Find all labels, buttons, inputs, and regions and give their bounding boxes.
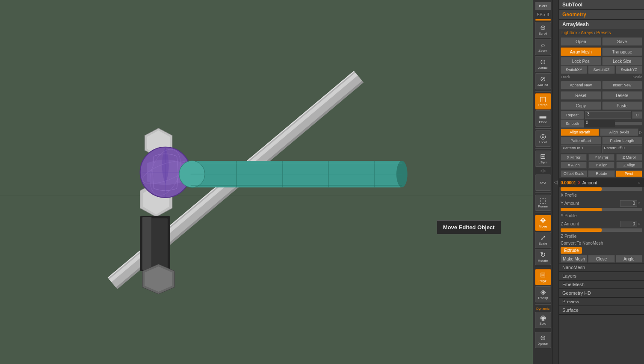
pivot-button[interactable]: Pivot	[616, 170, 642, 177]
delete-button[interactable]: Delete	[602, 91, 643, 100]
right-panel: SubTool Geometry ArrayMesh Lightbox › Ar…	[558, 0, 644, 364]
xyz-button[interactable]: XYZ	[535, 175, 551, 191]
extrude-button[interactable]: Extrude	[561, 247, 582, 254]
xpose-label: Xpose	[538, 342, 548, 346]
offset-rotate-pivot-row: Offset Scale Rotate Pivot	[559, 169, 644, 178]
z-amount-icon: ○	[638, 222, 642, 226]
switchxy-button[interactable]: SwitchXY	[561, 65, 587, 74]
align-to-axis-button[interactable]: AlignToAxis	[600, 128, 638, 136]
pattern-start-button[interactable]: PatternStart	[561, 137, 601, 145]
transpose-button[interactable]: Transpose	[602, 47, 643, 56]
pattern-off-field[interactable]: PatternOff 0	[602, 145, 643, 153]
x-align-button[interactable]: X Align	[561, 162, 587, 169]
actual-label: Actual	[538, 66, 547, 70]
toolbar-sep-8	[535, 330, 551, 330]
y-align-button[interactable]: Y Align	[588, 162, 614, 169]
lock-pos-button[interactable]: Lock Pos	[561, 57, 601, 65]
breadcrumb-arrays[interactable]: Arrays	[581, 30, 593, 35]
z-mirror-button[interactable]: Z Mirror	[616, 154, 642, 161]
chain-button[interactable]: C	[632, 111, 642, 119]
angle-button[interactable]: Angle	[616, 255, 642, 263]
copy-paste-row: Copy Paste	[559, 101, 644, 111]
breadcrumb-presets[interactable]: Presets	[596, 30, 611, 35]
xpose-icon: ⊕	[540, 334, 546, 341]
save-button[interactable]: Save	[602, 37, 643, 46]
scroll-button[interactable]: ⊕ Scroll	[535, 22, 551, 38]
subtool-header[interactable]: SubTool	[559, 0, 644, 9]
pattern-length-button[interactable]: PatternLength	[602, 137, 643, 145]
open-button[interactable]: Open	[561, 37, 601, 46]
reset-button[interactable]: Reset	[561, 91, 601, 100]
lsym-button[interactable]: ⊞ LSym	[535, 151, 551, 167]
lock-size-button[interactable]: Lock Size	[602, 57, 643, 65]
bpr-button[interactable]: BPR	[535, 2, 551, 10]
make-mesh-row: Make Mesh Close Angle	[559, 255, 644, 263]
switchxz-button[interactable]: SwitchXZ	[588, 65, 614, 74]
array-mesh-button[interactable]: Array Mesh	[561, 47, 601, 56]
pattern-on-field[interactable]: PatternOn 1	[561, 145, 601, 153]
persp-button[interactable]: ◫ Persp	[535, 93, 551, 109]
copy-button[interactable]: Copy	[561, 101, 601, 110]
geometry-hd-item[interactable]: Geometry HD	[559, 289, 644, 297]
y-amount-value: 0	[620, 200, 637, 207]
xpose-button[interactable]: ⊕ Xpose	[535, 332, 551, 348]
nanomesh-item[interactable]: NanoMesh	[559, 263, 644, 272]
x-amount-slider-track[interactable]	[561, 187, 642, 191]
layers-item[interactable]: Layers	[559, 272, 644, 280]
y-amount-slider-track[interactable]	[561, 208, 642, 211]
floor-button[interactable]: ▬ Floor	[535, 110, 551, 127]
x-mirror-button[interactable]: X Mirror	[561, 154, 587, 161]
fibermesh-item[interactable]: FiberMesh	[559, 281, 644, 289]
toolbar-sep-7	[535, 304, 551, 305]
frame-button[interactable]: ⬚ Frame	[535, 195, 551, 211]
switchyz-button[interactable]: SwitchYZ	[616, 65, 642, 74]
make-mesh-button[interactable]: Make Mesh	[561, 255, 587, 263]
collapse-panel-arrow[interactable]: ◁	[552, 0, 558, 364]
transp-label: Transp	[538, 296, 548, 300]
paste-button[interactable]: Paste	[602, 101, 643, 110]
smooth-slider[interactable]	[615, 122, 642, 125]
insert-new-button[interactable]: Insert New	[602, 81, 643, 89]
nanomesh-section: NanoMesh	[559, 263, 644, 272]
geometry-header[interactable]: Geometry	[559, 10, 644, 19]
z-amount-slider-track[interactable]	[561, 228, 642, 232]
local-label: Local	[539, 140, 547, 145]
toolbar-sep-4	[535, 192, 551, 193]
expand-arrow-right[interactable]: ▷	[543, 169, 546, 173]
preview-item[interactable]: Preview	[559, 298, 644, 306]
align-xyz-row: X Align Y Align Z Align	[559, 161, 644, 169]
local-button[interactable]: ◎ Local	[535, 130, 551, 147]
solo-button[interactable]: ◉ Solo	[535, 312, 551, 328]
rotate-btn[interactable]: Rotate	[588, 170, 614, 177]
close-button[interactable]: Close	[588, 255, 614, 263]
rotate-button[interactable]: ↻ Rotate	[535, 249, 551, 265]
repeat-label-btn: Repeat	[561, 111, 584, 119]
breadcrumb-lightbox[interactable]: Lightbox	[561, 30, 578, 35]
aahalf-button[interactable]: ⊘ AAHalf	[535, 73, 551, 89]
polyf-button[interactable]: ⊞ PolyF	[535, 269, 551, 285]
y-amount-icon: ○	[638, 201, 642, 205]
toolbar-sep-6	[535, 267, 551, 267]
track-label: Track	[561, 75, 570, 79]
toolbar-sep-1	[535, 91, 551, 92]
x-amount-slider-fill	[561, 187, 602, 191]
right-toolbar: BPR SPix 3 ⊕ Scroll ⌕ Zoom ⊙ Actual ⊘ AA…	[533, 0, 552, 364]
transp-button[interactable]: ◈ Transp	[535, 286, 551, 302]
surface-item[interactable]: Surface	[559, 306, 644, 314]
align-to-path-button[interactable]: AlignToPath	[561, 128, 599, 136]
spix-bar	[535, 19, 551, 21]
zoom-button[interactable]: ⌕ Zoom	[535, 39, 551, 55]
arraymesh-header[interactable]: ArrayMesh	[559, 20, 644, 29]
actual-button[interactable]: ⊙ Actual	[535, 56, 551, 72]
smooth-field[interactable]: 0	[584, 120, 615, 127]
amount-label: Amount	[582, 181, 638, 185]
z-align-button[interactable]: Z Align	[616, 162, 642, 169]
viewport[interactable]: Move Edited Object	[0, 0, 533, 364]
y-mirror-button[interactable]: Y Mirror	[588, 154, 614, 161]
scale-button[interactable]: ⤢ Scale	[535, 232, 551, 248]
move-button[interactable]: ✥ Move	[535, 215, 551, 231]
offset-scale-button[interactable]: Offset Scale	[561, 170, 587, 177]
append-new-button[interactable]: Append New	[561, 81, 601, 89]
expand-arrow-left[interactable]: ◁	[540, 169, 543, 173]
repeat-value-field[interactable]: 3	[585, 111, 631, 119]
